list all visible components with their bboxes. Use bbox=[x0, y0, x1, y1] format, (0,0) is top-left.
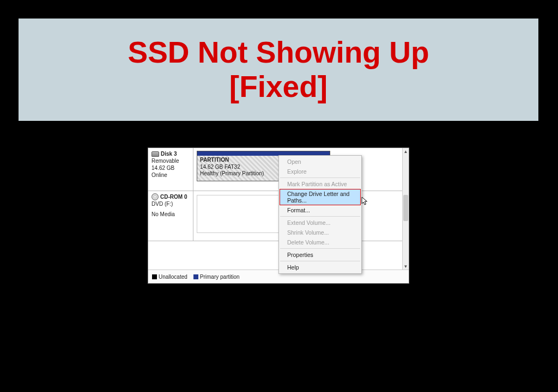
context-menu-item: Mark Partition as Active bbox=[280, 179, 361, 189]
context-menu-separator bbox=[280, 261, 360, 261]
disk-status: Online bbox=[151, 171, 191, 179]
disk-info[interactable]: CD-ROM 0 DVD (F:) No Media bbox=[148, 191, 193, 241]
disk-name: Disk 3 bbox=[161, 150, 177, 157]
disk-type: DVD (F:) bbox=[151, 200, 191, 207]
disk-row: Disk 3 Removable 14.62 GB Online PARTITI… bbox=[148, 148, 402, 191]
title-text: SSD Not Showing Up[Fixed] bbox=[128, 35, 429, 105]
disk-row: CD-ROM 0 DVD (F:) No Media bbox=[148, 191, 402, 241]
context-menu-item: Open bbox=[280, 157, 361, 167]
context-menu-separator bbox=[280, 216, 360, 217]
scroll-thumb[interactable] bbox=[403, 195, 408, 221]
context-menu-separator bbox=[280, 177, 360, 178]
context-menu-item[interactable]: Format... bbox=[280, 205, 361, 215]
scroll-up-icon[interactable]: ▲ bbox=[403, 148, 409, 155]
disk-icon bbox=[151, 151, 159, 157]
context-menu-item[interactable]: Help bbox=[280, 262, 361, 272]
context-menu-item: Delete Volume... bbox=[280, 237, 361, 247]
disk-name: CD-ROM 0 bbox=[160, 193, 187, 200]
vertical-scrollbar[interactable]: ▲ ▼ bbox=[402, 148, 409, 270]
legend-primary-label: Primary partition bbox=[200, 274, 240, 280]
context-menu-item: Explore bbox=[280, 167, 361, 176]
context-menu: OpenExploreMark Partition as ActiveChang… bbox=[278, 155, 362, 274]
context-menu-item: Extend Volume... bbox=[280, 218, 361, 228]
scroll-down-icon[interactable]: ▼ bbox=[403, 263, 409, 270]
disk-status: No Media bbox=[151, 211, 191, 218]
context-menu-item[interactable]: Properties bbox=[280, 250, 361, 260]
disk-list-pane: Disk 3 Removable 14.62 GB Online PARTITI… bbox=[148, 148, 402, 270]
disk-info[interactable]: Disk 3 Removable 14.62 GB Online bbox=[148, 148, 193, 191]
disk-type: Removable bbox=[151, 157, 191, 164]
title-banner: SSD Not Showing Up[Fixed] bbox=[17, 17, 539, 122]
context-menu-item: Shrink Volume... bbox=[280, 228, 361, 237]
swatch-primary bbox=[193, 274, 198, 279]
legend-unallocated: Unallocated bbox=[152, 274, 187, 280]
swatch-unallocated bbox=[152, 274, 157, 279]
legend-unallocated-label: Unallocated bbox=[159, 274, 187, 280]
context-menu-item[interactable]: Change Drive Letter and Paths... bbox=[280, 189, 361, 205]
cd-icon bbox=[151, 193, 159, 200]
context-menu-separator bbox=[280, 248, 360, 249]
disk-size: 14.62 GB bbox=[151, 164, 191, 171]
legend-primary: Primary partition bbox=[193, 274, 240, 280]
